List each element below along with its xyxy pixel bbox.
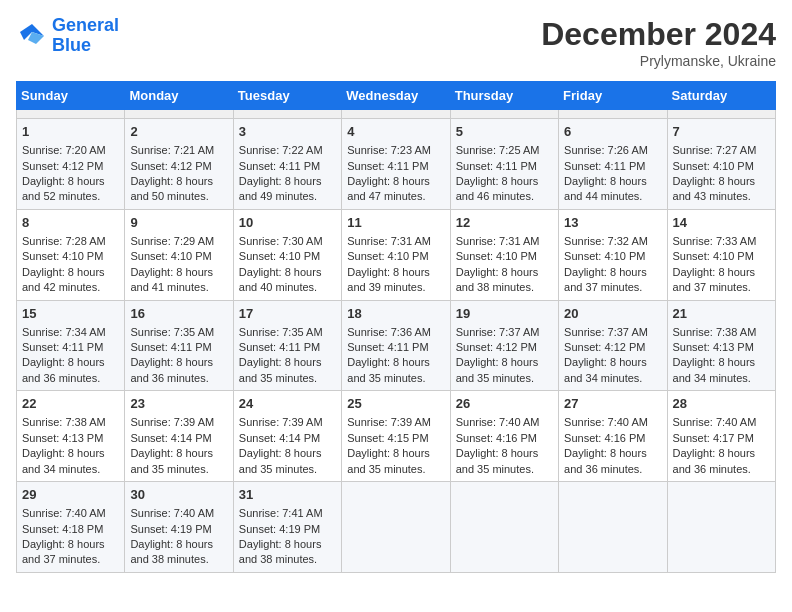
day-number: 6 [564, 123, 661, 141]
sunrise-text: Sunrise: 7:27 AM [673, 143, 770, 158]
sunset-text: Sunset: 4:12 PM [22, 159, 119, 174]
day-number: 1 [22, 123, 119, 141]
daylight-text: Daylight: 8 hours and 52 minutes. [22, 174, 119, 205]
daylight-text: Daylight: 8 hours and 46 minutes. [456, 174, 553, 205]
day-number: 30 [130, 486, 227, 504]
logo-text: General Blue [52, 16, 119, 56]
daylight-text: Daylight: 8 hours and 41 minutes. [130, 265, 227, 296]
calendar-cell: 21Sunrise: 7:38 AMSunset: 4:13 PMDayligh… [667, 300, 775, 391]
sunset-text: Sunset: 4:14 PM [130, 431, 227, 446]
calendar-cell: 20Sunrise: 7:37 AMSunset: 4:12 PMDayligh… [559, 300, 667, 391]
calendar-cell: 19Sunrise: 7:37 AMSunset: 4:12 PMDayligh… [450, 300, 558, 391]
calendar-cell: 9Sunrise: 7:29 AMSunset: 4:10 PMDaylight… [125, 209, 233, 300]
calendar-cell: 22Sunrise: 7:38 AMSunset: 4:13 PMDayligh… [17, 391, 125, 482]
daylight-text: Daylight: 8 hours and 35 minutes. [347, 355, 444, 386]
sunrise-text: Sunrise: 7:41 AM [239, 506, 336, 521]
sunset-text: Sunset: 4:12 PM [564, 340, 661, 355]
calendar-cell: 24Sunrise: 7:39 AMSunset: 4:14 PMDayligh… [233, 391, 341, 482]
daylight-text: Daylight: 8 hours and 50 minutes. [130, 174, 227, 205]
calendar-cell: 5Sunrise: 7:25 AMSunset: 4:11 PMDaylight… [450, 119, 558, 210]
daylight-text: Daylight: 8 hours and 37 minutes. [22, 537, 119, 568]
calendar-cell [667, 482, 775, 573]
day-number: 7 [673, 123, 770, 141]
sunrise-text: Sunrise: 7:39 AM [347, 415, 444, 430]
calendar-cell: 10Sunrise: 7:30 AMSunset: 4:10 PMDayligh… [233, 209, 341, 300]
sunrise-text: Sunrise: 7:33 AM [673, 234, 770, 249]
calendar-cell [125, 110, 233, 119]
calendar-cell: 15Sunrise: 7:34 AMSunset: 4:11 PMDayligh… [17, 300, 125, 391]
calendar-week-row: 22Sunrise: 7:38 AMSunset: 4:13 PMDayligh… [17, 391, 776, 482]
sunrise-text: Sunrise: 7:35 AM [239, 325, 336, 340]
calendar-cell: 6Sunrise: 7:26 AMSunset: 4:11 PMDaylight… [559, 119, 667, 210]
daylight-text: Daylight: 8 hours and 43 minutes. [673, 174, 770, 205]
daylight-text: Daylight: 8 hours and 35 minutes. [456, 446, 553, 477]
calendar-cell: 27Sunrise: 7:40 AMSunset: 4:16 PMDayligh… [559, 391, 667, 482]
calendar-cell: 2Sunrise: 7:21 AMSunset: 4:12 PMDaylight… [125, 119, 233, 210]
daylight-text: Daylight: 8 hours and 35 minutes. [456, 355, 553, 386]
sunrise-text: Sunrise: 7:21 AM [130, 143, 227, 158]
day-number: 20 [564, 305, 661, 323]
sunset-text: Sunset: 4:18 PM [22, 522, 119, 537]
day-of-week-header: Tuesday [233, 82, 341, 110]
logo: General Blue [16, 16, 119, 56]
calendar-cell: 1Sunrise: 7:20 AMSunset: 4:12 PMDaylight… [17, 119, 125, 210]
sunset-text: Sunset: 4:10 PM [673, 249, 770, 264]
sunrise-text: Sunrise: 7:39 AM [239, 415, 336, 430]
day-number: 13 [564, 214, 661, 232]
day-number: 23 [130, 395, 227, 413]
calendar-week-row: 15Sunrise: 7:34 AMSunset: 4:11 PMDayligh… [17, 300, 776, 391]
sunset-text: Sunset: 4:10 PM [130, 249, 227, 264]
sunrise-text: Sunrise: 7:40 AM [22, 506, 119, 521]
calendar-cell: 18Sunrise: 7:36 AMSunset: 4:11 PMDayligh… [342, 300, 450, 391]
calendar-cell: 23Sunrise: 7:39 AMSunset: 4:14 PMDayligh… [125, 391, 233, 482]
sunset-text: Sunset: 4:10 PM [347, 249, 444, 264]
sunrise-text: Sunrise: 7:30 AM [239, 234, 336, 249]
daylight-text: Daylight: 8 hours and 34 minutes. [673, 355, 770, 386]
daylight-text: Daylight: 8 hours and 38 minutes. [456, 265, 553, 296]
day-of-week-header: Wednesday [342, 82, 450, 110]
calendar-cell [342, 482, 450, 573]
calendar-cell: 26Sunrise: 7:40 AMSunset: 4:16 PMDayligh… [450, 391, 558, 482]
calendar-week-row: 29Sunrise: 7:40 AMSunset: 4:18 PMDayligh… [17, 482, 776, 573]
calendar-cell: 11Sunrise: 7:31 AMSunset: 4:10 PMDayligh… [342, 209, 450, 300]
sunset-text: Sunset: 4:11 PM [456, 159, 553, 174]
calendar-cell: 12Sunrise: 7:31 AMSunset: 4:10 PMDayligh… [450, 209, 558, 300]
sunrise-text: Sunrise: 7:23 AM [347, 143, 444, 158]
day-number: 19 [456, 305, 553, 323]
day-number: 22 [22, 395, 119, 413]
sunrise-text: Sunrise: 7:37 AM [564, 325, 661, 340]
day-number: 21 [673, 305, 770, 323]
daylight-text: Daylight: 8 hours and 38 minutes. [239, 537, 336, 568]
daylight-text: Daylight: 8 hours and 36 minutes. [564, 446, 661, 477]
calendar-cell [17, 110, 125, 119]
day-number: 18 [347, 305, 444, 323]
sunset-text: Sunset: 4:11 PM [239, 340, 336, 355]
daylight-text: Daylight: 8 hours and 36 minutes. [673, 446, 770, 477]
sunrise-text: Sunrise: 7:37 AM [456, 325, 553, 340]
sunrise-text: Sunrise: 7:31 AM [456, 234, 553, 249]
sunset-text: Sunset: 4:12 PM [130, 159, 227, 174]
calendar-cell: 3Sunrise: 7:22 AMSunset: 4:11 PMDaylight… [233, 119, 341, 210]
sunset-text: Sunset: 4:10 PM [456, 249, 553, 264]
calendar-week-row [17, 110, 776, 119]
daylight-text: Daylight: 8 hours and 37 minutes. [564, 265, 661, 296]
day-number: 12 [456, 214, 553, 232]
sunrise-text: Sunrise: 7:29 AM [130, 234, 227, 249]
calendar-cell [233, 110, 341, 119]
sunset-text: Sunset: 4:13 PM [22, 431, 119, 446]
calendar-cell: 8Sunrise: 7:28 AMSunset: 4:10 PMDaylight… [17, 209, 125, 300]
calendar-cell: 30Sunrise: 7:40 AMSunset: 4:19 PMDayligh… [125, 482, 233, 573]
sunset-text: Sunset: 4:16 PM [456, 431, 553, 446]
daylight-text: Daylight: 8 hours and 47 minutes. [347, 174, 444, 205]
sunrise-text: Sunrise: 7:32 AM [564, 234, 661, 249]
day-number: 16 [130, 305, 227, 323]
calendar-cell: 16Sunrise: 7:35 AMSunset: 4:11 PMDayligh… [125, 300, 233, 391]
daylight-text: Daylight: 8 hours and 35 minutes. [239, 355, 336, 386]
daylight-text: Daylight: 8 hours and 34 minutes. [564, 355, 661, 386]
sunset-text: Sunset: 4:10 PM [564, 249, 661, 264]
day-of-week-header: Monday [125, 82, 233, 110]
sunset-text: Sunset: 4:19 PM [239, 522, 336, 537]
month-title: December 2024 [541, 16, 776, 53]
daylight-text: Daylight: 8 hours and 36 minutes. [22, 355, 119, 386]
calendar-cell: 13Sunrise: 7:32 AMSunset: 4:10 PMDayligh… [559, 209, 667, 300]
